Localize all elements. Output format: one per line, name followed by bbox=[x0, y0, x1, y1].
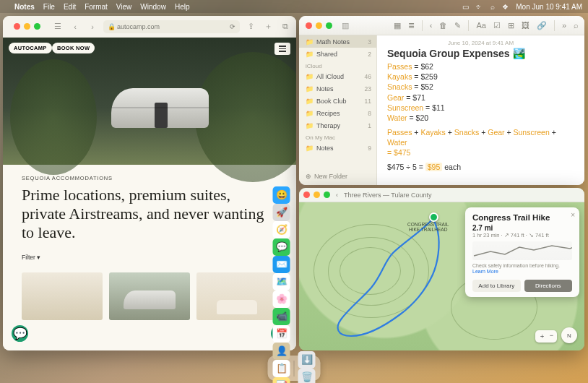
destination-pin[interactable] bbox=[429, 212, 438, 222]
location-title: Three Rivers — Tulare County bbox=[344, 192, 432, 199]
thumb-3[interactable] bbox=[196, 272, 277, 320]
spotlight-icon[interactable]: ⌕ bbox=[490, 3, 495, 11]
sidebar-item-label: Notes bbox=[316, 85, 334, 92]
thumb-2[interactable] bbox=[109, 272, 190, 320]
folder-icon: 📁 bbox=[306, 145, 313, 152]
filter-dropdown[interactable]: Filter ▾ bbox=[22, 254, 277, 261]
sidebar-item-label: Shared bbox=[316, 51, 337, 58]
back-icon[interactable]: ‹ bbox=[69, 20, 82, 33]
compass[interactable]: N bbox=[561, 327, 577, 343]
menubar: Notes File Edit Format View Window Help … bbox=[0, 0, 588, 13]
sidebar-item-count: 9 bbox=[368, 145, 371, 152]
dock-trash[interactable]: 🗑️ bbox=[298, 369, 316, 384]
maps-toolbar: ‹ Three Rivers — Tulare County bbox=[299, 188, 584, 202]
map-canvas[interactable]: CONGRESS TRAILHIKE TRAILHEAD × Congress … bbox=[299, 202, 584, 350]
back-icon[interactable]: ‹ bbox=[430, 21, 433, 30]
expense-line: Water = $20 bbox=[387, 113, 574, 123]
more-icon[interactable]: » bbox=[562, 21, 566, 30]
maps-traffic-lights[interactable] bbox=[303, 192, 330, 198]
notes-traffic-lights[interactable] bbox=[299, 22, 339, 29]
sidebar-item[interactable]: 📁Notes9 bbox=[299, 142, 376, 154]
url-bar[interactable]: 🔒 autocamp.com ⟳ bbox=[103, 20, 240, 33]
dock-safari[interactable]: 🧭 bbox=[273, 221, 290, 238]
learn-more-link[interactable]: Learn More bbox=[472, 269, 498, 274]
media-icon[interactable]: 🖼 bbox=[522, 21, 529, 30]
sidebar-item[interactable]: 📁All iCloud46 bbox=[299, 70, 376, 82]
table-icon[interactable]: ⊞ bbox=[508, 21, 514, 30]
share-icon[interactable]: ⇪ bbox=[244, 20, 257, 33]
expense-line: Passes = $62 bbox=[387, 61, 574, 72]
forward-icon[interactable]: › bbox=[86, 20, 99, 33]
sidebar-toggle-icon[interactable]: ▥ bbox=[339, 20, 352, 32]
sidebar-item[interactable]: 📁Notes23 bbox=[299, 82, 376, 95]
sidebar-item[interactable]: 📁Therapy1 bbox=[299, 119, 376, 132]
note-editor[interactable]: June 10, 2024 at 9:41 AM Sequoia Group E… bbox=[377, 35, 584, 185]
search-icon[interactable]: ⌕ bbox=[574, 21, 579, 30]
menu-help[interactable]: Help bbox=[175, 3, 190, 11]
hamburger-icon[interactable] bbox=[274, 43, 290, 55]
folder-icon: 📁 bbox=[306, 51, 313, 58]
dock-photos[interactable]: 🌸 bbox=[273, 291, 290, 308]
dock-facetime[interactable]: 📹 bbox=[273, 308, 290, 325]
thumbnails bbox=[3, 272, 296, 320]
sidebar-item[interactable]: 📁Shared2 bbox=[299, 48, 376, 60]
dock-reminders[interactable]: 📋 bbox=[273, 360, 290, 377]
dock-notes[interactable]: 📝 bbox=[273, 377, 290, 384]
app-name[interactable]: Notes bbox=[14, 3, 35, 11]
icloud-header: iCloud bbox=[299, 60, 376, 70]
dock-contacts[interactable]: 👤 bbox=[273, 343, 290, 360]
wifi-icon[interactable]: ᯤ bbox=[476, 3, 483, 11]
expense-line: Gear = $71 bbox=[387, 92, 574, 103]
list-view-icon[interactable]: ≣ bbox=[408, 21, 415, 30]
compose-icon[interactable]: ✎ bbox=[454, 21, 461, 30]
sidebar-toggle-icon[interactable]: ☰ bbox=[51, 20, 64, 33]
directions-button[interactable]: Directions bbox=[524, 280, 573, 292]
checklist-icon[interactable]: ☑ bbox=[493, 21, 501, 30]
menu-edit[interactable]: Edit bbox=[64, 3, 76, 11]
chat-fab[interactable]: 💬 bbox=[12, 325, 28, 342]
new-folder-button[interactable]: ⊕ New Folder bbox=[299, 169, 376, 185]
sidebar-item[interactable]: 📁Math Notes3 bbox=[299, 35, 376, 48]
sidebar-item-count: 23 bbox=[365, 85, 371, 92]
maps-window: ‹ Three Rivers — Tulare County CONGRESS … bbox=[299, 188, 584, 350]
destination-label: CONGRESS TRAILHIKE TRAILHEAD bbox=[407, 223, 449, 232]
sidebar-item[interactable]: 📁Book Club11 bbox=[299, 95, 376, 107]
dock-downloads[interactable]: ⬇️ bbox=[298, 351, 316, 369]
menu-file[interactable]: File bbox=[43, 3, 55, 11]
clock[interactable]: Mon Jun 10 9:41 AM bbox=[516, 3, 582, 11]
logo[interactable]: AUTOCAMP bbox=[9, 43, 52, 53]
close-icon[interactable]: × bbox=[571, 211, 575, 219]
folder-icon: 📁 bbox=[306, 38, 313, 46]
dock-messages[interactable]: 💬 bbox=[273, 238, 290, 256]
control-center-icon[interactable]: ❖ bbox=[502, 3, 509, 11]
dock-calendar[interactable]: 📅 bbox=[273, 325, 290, 343]
battery-icon[interactable]: ▭ bbox=[462, 3, 469, 11]
zoom-control[interactable]: ＋− bbox=[535, 330, 557, 343]
menu-format[interactable]: Format bbox=[85, 3, 108, 11]
reload-icon[interactable]: ⟳ bbox=[230, 23, 235, 30]
add-to-library-button[interactable]: Add to Library bbox=[472, 280, 521, 292]
note-title: Sequoia Group Expenses🏞️ bbox=[387, 48, 574, 59]
sidebar-item-label: Recipes bbox=[316, 110, 340, 117]
safari-traffic-lights[interactable] bbox=[7, 18, 47, 35]
dock-mail[interactable]: ✉️ bbox=[273, 256, 290, 273]
link-icon[interactable]: 🔗 bbox=[537, 21, 547, 30]
gallery-view-icon[interactable]: ▦ bbox=[394, 21, 401, 30]
sidebar-item[interactable]: 📁Recipes8 bbox=[299, 107, 376, 119]
format-icon[interactable]: Aa bbox=[476, 21, 485, 30]
dock-maps[interactable]: 🗺️ bbox=[273, 273, 290, 291]
dock-finder[interactable]: 😀 bbox=[273, 186, 290, 204]
dock-launchpad[interactable]: 🚀 bbox=[273, 204, 290, 221]
tabs-icon[interactable]: ⧉ bbox=[279, 20, 292, 33]
menu-window[interactable]: Window bbox=[140, 3, 166, 11]
onmac-header: On My Mac bbox=[299, 132, 376, 142]
back-icon[interactable]: ‹ bbox=[336, 192, 338, 199]
thumb-1[interactable] bbox=[22, 272, 103, 320]
newtab-icon[interactable]: ＋ bbox=[261, 20, 274, 33]
menu-view[interactable]: View bbox=[116, 3, 132, 11]
book-now-button[interactable]: BOOK NOW bbox=[52, 43, 95, 53]
notes-toolbar: ▥ ▦ ≣ ‹ 🗑 ✎ Aa ☑ ⊞ 🖼 🔗 » ⌕ bbox=[299, 16, 584, 35]
safari-toolbar: ☰ ‹ › 🔒 autocamp.com ⟳ ⇪ ＋ ⧉ bbox=[3, 16, 296, 38]
sidebar-item-label: All iCloud bbox=[316, 73, 344, 80]
trash-icon[interactable]: 🗑 bbox=[439, 21, 447, 30]
